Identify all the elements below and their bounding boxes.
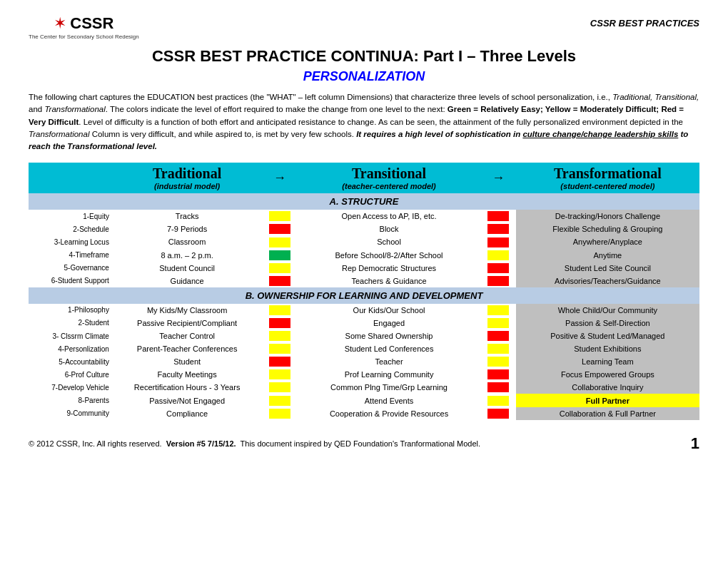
transformational-cell: Flexible Scheduling & Grouping xyxy=(516,223,699,235)
color-box-cell xyxy=(262,407,297,420)
transitional-cell: Our Kids/Our School xyxy=(297,304,480,317)
table-row: 1-Philosophy My Kids/My Classroom Our Ki… xyxy=(29,304,699,317)
color-box-cell xyxy=(262,275,297,287)
traditional-cell: Teacher Control xyxy=(112,329,262,342)
dim-cell: 3- Clssrm Climate xyxy=(29,329,112,342)
table-row: 9-Community Compliance Cooperation & Pro… xyxy=(29,407,699,420)
traditional-cell: Guidance xyxy=(112,275,262,287)
transformational-cell: Student Led Site Council xyxy=(516,262,699,275)
color-box-cell xyxy=(262,249,297,262)
traditional-cell: Classroom xyxy=(112,235,262,248)
traditional-cell: My Kids/My Classroom xyxy=(112,304,262,317)
color-box-cell2 xyxy=(481,407,516,420)
col-transitional-header: Transitional (teacher-centered model) xyxy=(297,163,480,193)
transitional-cell: School xyxy=(297,235,480,248)
color-box-cell2 xyxy=(481,275,516,287)
traditional-cell: Student xyxy=(112,355,262,368)
transformational-cell: Passion & Self-Direction xyxy=(516,317,699,329)
color-box-cell xyxy=(262,394,297,407)
table-row: 6-Student Support Guidance Teachers & Gu… xyxy=(29,275,699,287)
traditional-sub: (industrial model) xyxy=(116,182,258,190)
color-box-cell2 xyxy=(481,394,516,407)
full-partner-cell: Full Partner xyxy=(516,394,699,407)
transitional-cell: Rep Democratic Structures xyxy=(297,262,480,275)
transformational-cell: Anytime xyxy=(516,249,699,262)
color-box-cell xyxy=(262,235,297,248)
inspired: This document inspired by QED Foundation… xyxy=(241,439,481,448)
transitional-cell: Before School/8-2/After School xyxy=(297,249,480,262)
table-row: 2-Schedule 7-9 Periods Block Flexible Sc… xyxy=(29,223,699,235)
table-row: 3-Learning Locus Classroom School Anywhe… xyxy=(29,235,699,248)
transformational-cell: Positive & Student Led/Managed xyxy=(516,329,699,342)
dim-cell: 9-Community xyxy=(29,407,112,420)
transformational-cell: Whole Child/Our Community xyxy=(516,304,699,317)
dim-cell: 5-Accountability xyxy=(29,355,112,368)
dim-cell: 4-Timeframe xyxy=(29,249,112,262)
transitional-cell: Teachers & Guidance xyxy=(297,275,480,287)
transitional-cell: Open Access to AP, IB, etc. xyxy=(297,210,480,223)
color-box-cell xyxy=(262,210,297,223)
transformational-cell: De-tracking/Honors Challenge xyxy=(516,210,699,223)
column-header-row: Traditional (industrial model) → Transit… xyxy=(29,163,699,193)
table-row: 8-Parents Passive/Not Engaged Attend Eve… xyxy=(29,394,699,407)
intro-text: The following chart captures the EDUCATI… xyxy=(29,91,699,153)
color-box-cell2 xyxy=(481,249,516,262)
transformational-cell: Collaboration & Full Partner xyxy=(516,407,699,420)
dim-cell: 8-Parents xyxy=(29,394,112,407)
traditional-cell: Faculty Meetings xyxy=(112,368,262,381)
table-row: 2-Student Passive Recipient/Compliant En… xyxy=(29,317,699,329)
table-row: 5-Accountability Student Teacher Learnin… xyxy=(29,355,699,368)
logo-star-icon: ✶ xyxy=(54,16,66,31)
color-box-cell2 xyxy=(481,210,516,223)
logo-box: ✶ CSSR xyxy=(54,14,113,33)
traditional-cell: Recertification Hours - 3 Years xyxy=(112,381,262,394)
focus-empowered-cell: Focus Empowered Groups xyxy=(516,368,699,381)
traditional-cell: Parent-Teacher Conferences xyxy=(112,342,262,355)
color-box-cell xyxy=(262,304,297,317)
arrow1: → xyxy=(262,163,297,193)
color-box-cell xyxy=(262,329,297,342)
transitional-cell: Prof Learning Community xyxy=(297,368,480,381)
traditional-cell: Passive/Not Engaged xyxy=(112,394,262,407)
page-header: ✶ CSSR The Center for Secondary School R… xyxy=(29,14,699,40)
transitional-cell: Teacher xyxy=(297,355,480,368)
section-a-title: A. STRUCTURE xyxy=(29,193,699,210)
section-b-title: B. OWNERSHIP FOR LEARNING AND DEVELOPMEN… xyxy=(29,287,699,304)
section-a-header: A. STRUCTURE xyxy=(29,193,699,210)
transformational-label: Transformational xyxy=(520,165,695,182)
dim-cell: 1-Philosophy xyxy=(29,304,112,317)
logo-subtitle: The Center for Secondary School Redesign xyxy=(29,34,139,40)
transformational-cell: Advisories/Teachers/Guidance xyxy=(516,275,699,287)
dim-cell: 6-Prof Culture xyxy=(29,368,112,381)
traditional-cell: 7-9 Periods xyxy=(112,223,262,235)
color-box-cell2 xyxy=(481,304,516,317)
dim-cell: 4-Personlization xyxy=(29,342,112,355)
color-box-cell2 xyxy=(481,355,516,368)
dim-cell: 7-Develop Vehicle xyxy=(29,381,112,394)
traditional-cell: Student Council xyxy=(112,262,262,275)
transformational-cell: Anywhere/Anyplace xyxy=(516,235,699,248)
dim-cell: 3-Learning Locus xyxy=(29,235,112,248)
main-title: CSSR BEST PRACTICE CONTINUA: Part I – Th… xyxy=(29,47,699,66)
table-row: 7-Develop Vehicle Recertification Hours … xyxy=(29,381,699,394)
color-box-cell2 xyxy=(481,381,516,394)
color-box-cell2 xyxy=(481,235,516,248)
transitional-cell: Block xyxy=(297,223,480,235)
table-row: 1-Equity Tracks Open Access to AP, IB, e… xyxy=(29,210,699,223)
transformational-sub: (student-centered model) xyxy=(520,182,695,190)
dim-cell: 2-Schedule xyxy=(29,223,112,235)
header-title: CSSR BEST PRACTICES xyxy=(590,14,699,29)
color-box-cell2 xyxy=(481,368,516,381)
student-exhibitions-cell: Student Exhibitions xyxy=(516,342,699,355)
col-transformational-header: Transformational (student-centered model… xyxy=(516,163,699,193)
color-box-cell xyxy=(262,317,297,329)
transitional-cell: Attend Events xyxy=(297,394,480,407)
dim-cell: 5-Governance xyxy=(29,262,112,275)
table-row: 4-Timeframe 8 a.m. – 2 p.m. Before Schoo… xyxy=(29,249,699,262)
footer-text: © 2012 CSSR, Inc. All rights reserved. V… xyxy=(29,439,480,448)
table-row: 3- Clssrm Climate Teacher Control Some S… xyxy=(29,329,699,342)
table-row: 6-Prof Culture Faculty Meetings Prof Lea… xyxy=(29,368,699,381)
traditional-cell: Tracks xyxy=(112,210,262,223)
logo-text: CSSR xyxy=(70,14,113,33)
transitional-cell: Student Led Conferences xyxy=(297,342,480,355)
